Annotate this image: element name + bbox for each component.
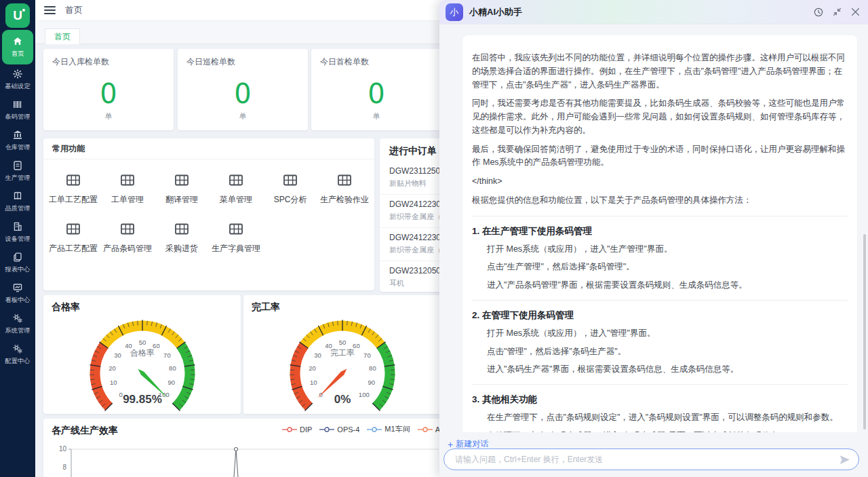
svg-text:90: 90 — [167, 379, 175, 386]
sidebar-item-gears[interactable]: 系统管理 — [0, 309, 35, 339]
svg-text:30: 30 — [114, 351, 121, 359]
ai-panel-title: 小精AI小助手 — [469, 6, 522, 18]
quick-item[interactable]: 产品工艺配置 — [46, 223, 100, 254]
bank-icon — [12, 130, 23, 140]
sidebar-item-board[interactable]: 看板中心 — [0, 278, 35, 309]
app-root: U 首页基础设定条码管理仓库管理生产管理品质管理设备管理报表中心看板中心系统管理… — [0, 0, 868, 477]
quick-item[interactable]: 工单工艺配置 — [46, 174, 100, 206]
sidebar-item-copydoc[interactable]: 报表中心 — [0, 248, 35, 278]
quick-item[interactable]: 生产字典管理 — [209, 223, 263, 254]
barcode-icon — [12, 99, 23, 110]
ai-avatar: 小 — [446, 3, 463, 21]
history-icon[interactable] — [812, 6, 825, 18]
think-end-tag: </think> — [472, 175, 848, 189]
sidebar-item-label: 系统管理 — [5, 326, 31, 335]
legend-item-ops-4[interactable]: OPS-4 — [319, 425, 359, 434]
quick-item-label: 生产检验作业 — [320, 194, 369, 206]
quick-item[interactable]: 翻译管理 — [155, 174, 209, 206]
sidebar-item-label: 设备管理 — [5, 235, 31, 244]
stat-title: 今日入库检单数 — [43, 49, 174, 68]
collapse-icon[interactable] — [831, 6, 843, 18]
board-icon — [12, 282, 23, 293]
chat-input[interactable] — [454, 454, 835, 465]
stat-unit: 单 — [178, 111, 308, 121]
send-icon[interactable] — [835, 451, 853, 468]
section-line: 进入"条码生产器"界面，根据需要设置条码信息、生成条码信息等。 — [472, 363, 848, 376]
doc-icon — [12, 160, 23, 171]
quick-item[interactable]: 工单管理 — [100, 174, 155, 206]
section-line: 打开 Mes系统（或应用），进入"管理"界面。 — [472, 327, 848, 340]
quick-item[interactable]: 菜单管理 — [209, 174, 263, 206]
section-heading: 2. 在管理下使用条码管理 — [472, 309, 848, 322]
svg-text:99.85%: 99.85% — [123, 393, 162, 406]
quick-item-label: 工单管理 — [111, 194, 144, 206]
sidebar-item-gear[interactable]: 基础设定 — [0, 64, 35, 95]
ai-assistant-panel: 小 小精AI小助手 · ··在回答中，我应该先列出不同的功能位置，并详细说明每个… — [439, 0, 868, 477]
line-efficiency-card: 各产线生产效率 DIPOPS-4M1车间A3OPS-1 108 — [43, 419, 441, 477]
table-icon — [229, 174, 243, 188]
sidebar-item-building[interactable]: 设备管理 — [0, 217, 35, 248]
stat-value: 0 — [43, 80, 174, 107]
svg-text:50: 50 — [339, 339, 347, 346]
tab-home[interactable]: 首页 — [45, 28, 80, 44]
truncated-line: · ·· — [472, 42, 848, 46]
close-icon[interactable] — [849, 6, 861, 18]
quick-item[interactable]: 采购进货 — [155, 223, 209, 254]
completion-rate-card: 完工率 0102030405060708090100完工率0% — [243, 295, 441, 414]
quick-item-label: 菜单管理 — [220, 194, 252, 206]
section-divider — [472, 216, 848, 216]
quick-item[interactable]: 生产检验作业 — [317, 174, 372, 206]
section-line: 在管理下，点击"条码生成器"，进入"条码生成器"界面，可以生成新的条码信息。 — [472, 430, 848, 432]
quick-item[interactable]: 产品条码管理 — [100, 223, 155, 254]
sidebar-item-book[interactable]: 品质管理 — [0, 187, 35, 217]
quick-item-label: 生产字典管理 — [212, 243, 260, 254]
svg-text:30: 30 — [314, 351, 321, 359]
table-icon — [121, 174, 134, 188]
sidebar: U 首页基础设定条码管理仓库管理生产管理品质管理设备管理报表中心看板中心系统管理… — [0, 0, 35, 477]
section-line: 点击"生产管理"，然后选择"条码管理"。 — [472, 261, 848, 273]
sidebar-item-bank[interactable]: 仓库管理 — [0, 126, 35, 156]
sidebar-item-label: 基础设定 — [5, 82, 31, 91]
svg-text:70: 70 — [363, 351, 371, 359]
sidebar-item-doc[interactable]: 生产管理 — [0, 156, 35, 187]
legend-item-dip[interactable]: DIP — [282, 425, 312, 434]
stat-unit: 单 — [43, 111, 174, 121]
sidebar-item-home[interactable]: 首页 — [2, 30, 33, 64]
section-line: 进入"产品条码管理"界面，根据需要设置条码规则、生成条码信息等。 — [472, 279, 848, 292]
table-icon — [66, 223, 80, 237]
gear-icon — [12, 69, 23, 79]
stat-card-first-inspect: 今日首检单数 0 单 — [311, 49, 441, 130]
stat-value: 0 — [311, 80, 441, 107]
quick-item-label: 翻译管理 — [165, 194, 198, 206]
section-divider — [472, 300, 848, 301]
legend-item-m1-[interactable]: M1车间 — [367, 424, 410, 434]
svg-text:完工率: 完工率 — [330, 348, 355, 358]
stat-card-patrol: 今日巡检单数 0 单 — [178, 49, 308, 130]
sidebar-item-label: 仓库管理 — [5, 143, 31, 152]
sidebar-item-label: 看板中心 — [5, 296, 31, 305]
svg-text:0: 0 — [119, 391, 122, 398]
gears-icon — [12, 343, 23, 354]
chat-scrollbar[interactable] — [863, 234, 866, 430]
answer-intro: 根据您提供的信息和功能位置，以下是关于产品条码管理的具体操作方法： — [472, 194, 848, 208]
svg-text:20: 20 — [108, 364, 116, 372]
quick-item[interactable]: SPC分析 — [263, 174, 317, 206]
svg-text:0%: 0% — [334, 393, 351, 406]
pass-rate-card: 合格率 0102030405060708090100合格率99.85% — [43, 295, 241, 414]
quick-item-label: 采购进货 — [165, 243, 198, 254]
sidebar-item-label: 首页 — [12, 50, 24, 58]
quick-item-label: 产品工艺配置 — [49, 243, 98, 254]
thinking-paragraph: 在回答中，我应该先列出不同的功能位置，并详细说明每个位置的操作步骤。这样用户可以… — [472, 52, 848, 92]
app-logo[interactable]: U — [5, 3, 30, 28]
sidebar-item-label: 配置中心 — [5, 357, 31, 366]
sidebar-item-gears[interactable]: 配置中心 — [0, 339, 35, 370]
sidebar-item-barcode[interactable]: 条码管理 — [0, 95, 35, 126]
home-icon — [12, 36, 23, 47]
ai-message-area[interactable]: · ··在回答中，我应该先列出不同的功能位置，并详细说明每个位置的操作步骤。这样… — [439, 24, 868, 432]
svg-text:80: 80 — [169, 364, 176, 372]
pass-rate-gauge: 0102030405060708090100合格率99.85% — [43, 315, 241, 415]
completion-rate-title: 完工率 — [243, 295, 441, 313]
quick-panel-title: 常用功能 — [43, 138, 374, 159]
hamburger-icon[interactable] — [44, 4, 56, 16]
table-icon — [338, 174, 351, 188]
